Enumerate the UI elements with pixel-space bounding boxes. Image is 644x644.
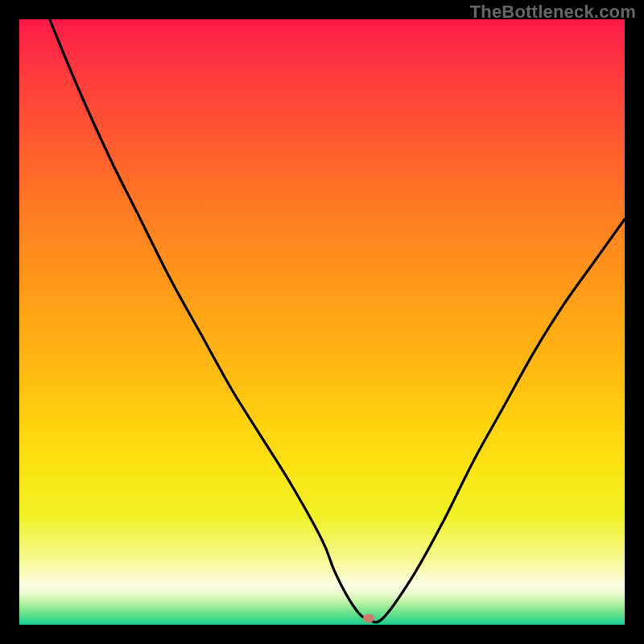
watermark-text: TheBottleneck.com [470,2,636,23]
optimum-marker-icon [363,613,374,622]
chart-container: TheBottleneck.com [0,0,644,644]
plot-area [19,19,625,625]
bottleneck-curve [19,19,625,625]
